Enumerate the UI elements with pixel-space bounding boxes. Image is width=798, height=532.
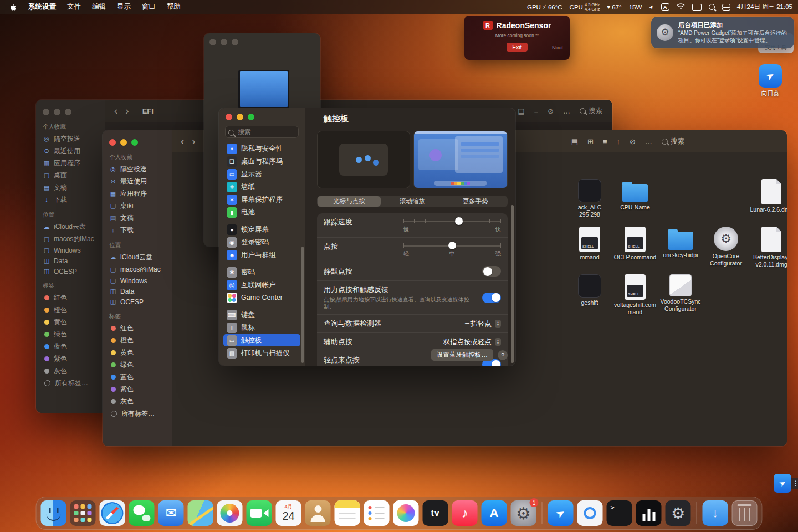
back-button[interactable]: ‹ — [114, 106, 117, 116]
dock-terminal[interactable] — [607, 500, 632, 526]
settings-sidebar-item-用户与群组[interactable]: ☻用户与群组 — [223, 249, 300, 261]
spotlight-icon[interactable] — [709, 4, 715, 10]
minimize-button[interactable] — [237, 114, 243, 120]
settings-sidebar-item-打印机与扫描仪[interactable]: ▤打印机与扫描仪 — [223, 347, 300, 359]
sidebar-item-Data[interactable]: ◫Data — [106, 286, 168, 296]
sidebar-tag-紫色[interactable]: 紫色 — [39, 352, 102, 365]
close-button[interactable] — [209, 39, 216, 45]
settings-sidebar-item-互联网帐户[interactable]: @互联网帐户 — [223, 279, 300, 291]
search-field[interactable]: 搜索 — [580, 106, 602, 116]
dock-assistant[interactable] — [577, 500, 603, 526]
settings-sidebar-item-锁定屏幕[interactable]: ●锁定屏幕 — [223, 223, 300, 236]
click-strength-slider[interactable] — [403, 242, 501, 249]
view-options-icon[interactable]: ▤ — [518, 107, 524, 115]
sidebar-item-Windows[interactable]: ▢Windows — [106, 275, 168, 286]
dock-sunlogin[interactable] — [548, 500, 574, 526]
file-mmand[interactable]: SHELLmmand — [567, 227, 612, 274]
close-button[interactable] — [43, 109, 49, 115]
settings-sidebar-item-触控板[interactable]: ▭触控板 — [223, 334, 300, 346]
dock-settings[interactable]: 1 — [511, 500, 536, 526]
sidebar-tag-所有标签…[interactable]: 所有标签… — [106, 407, 168, 420]
dock-appletv[interactable] — [423, 500, 448, 526]
sidebar-item-OCESP[interactable]: ◫OCESP — [106, 296, 168, 307]
sidebar-tag-绿色[interactable]: 绿色 — [106, 359, 168, 371]
sidebar-tag-黄色[interactable]: 黄色 — [106, 346, 168, 359]
sidebar-tag-红色[interactable]: 红色 — [106, 322, 168, 334]
dock-music[interactable] — [452, 500, 478, 526]
tab-光标与点按[interactable]: 光标与点按 — [318, 196, 381, 207]
sidebar-tag-蓝色[interactable]: 蓝色 — [39, 340, 102, 352]
sidebar-item-最近使用[interactable]: ⊙最近使用 — [39, 145, 102, 157]
menu-帮助[interactable]: 帮助 — [161, 0, 186, 14]
dock-launchpad[interactable] — [70, 500, 96, 526]
sidebar-tag-所有标签…[interactable]: 所有标签… — [39, 377, 102, 389]
tracking-speed-slider[interactable] — [403, 217, 501, 225]
dock-facetime[interactable] — [247, 500, 272, 526]
file-Lunar-6.2.6.dmg[interactable]: Lunar-6.2.6.dmg — [749, 179, 787, 227]
sidebar-item-macos的iMac[interactable]: ▢macos的iMac — [39, 233, 102, 245]
sidebar-tag-紫色[interactable]: 紫色 — [106, 383, 168, 395]
settings-sidebar-item-登录密码[interactable]: ◉登录密码 — [223, 236, 300, 248]
settings-sidebar-item-隐私与安全性[interactable]: ✦隐私与安全性 — [223, 142, 300, 155]
dock-calendar[interactable]: 4月24 — [276, 500, 301, 526]
view-grid-icon[interactable]: ⊞ — [587, 137, 594, 146]
sidebar-item-隔空投送[interactable]: ◎隔空投送 — [39, 132, 102, 145]
tracking-speed-knob[interactable] — [455, 217, 463, 225]
sidebar-tag-黄色[interactable]: 黄色 — [39, 316, 102, 328]
file-CPU-Name[interactable]: CPU-Name — [612, 179, 658, 227]
back-button[interactable]: ‹ — [181, 136, 184, 146]
settings-sidebar-item-电池[interactable]: ▮电池 — [223, 206, 300, 218]
sidebar-tag-蓝色[interactable]: 蓝色 — [106, 371, 168, 383]
help-button[interactable]: ? — [498, 350, 508, 360]
file-ack_ALC[interactable]: ack_ALC295 298 — [567, 179, 612, 227]
share-icon[interactable]: ↑ — [617, 137, 621, 146]
sidebar-item-macos的iMac[interactable]: ▢macos的iMac — [106, 263, 168, 275]
exit-button[interactable]: Exit — [507, 43, 528, 52]
file-OpenCore[interactable]: ⚙OpenCoreConfigurator — [703, 227, 749, 274]
sidebar-scrollbar[interactable] — [301, 247, 304, 363]
dock-trash[interactable] — [732, 500, 758, 526]
temp-status[interactable]: ♥ 67° — [607, 4, 621, 11]
sidebar-tag-绿色[interactable]: 绿色 — [39, 328, 102, 340]
sidebar-item-iCloud云盘[interactable]: ☁iCloud云盘 — [106, 251, 168, 263]
file-OCLP.command[interactable]: SHELLOCLP.command — [612, 227, 658, 274]
sidebar-tag-灰色[interactable]: 灰色 — [106, 395, 168, 407]
sunlogin-floating-widget[interactable]: ➤ ⋮ — [774, 474, 798, 493]
tab-滚动缩放[interactable]: 滚动缩放 — [381, 196, 444, 207]
click-strength-knob[interactable] — [448, 242, 456, 249]
sidebar-item-文稿[interactable]: ▤文稿 — [39, 181, 102, 193]
more-icon[interactable]: ⋮ — [791, 478, 798, 489]
dock-maps[interactable] — [188, 500, 213, 526]
menu-编辑[interactable]: 编辑 — [86, 0, 111, 14]
sidebar-item-Data[interactable]: ◫Data — [39, 255, 102, 266]
content-scrollbar[interactable] — [511, 205, 514, 363]
cpu-status[interactable]: CPU 4.5 GHz 4.4 GHz — [570, 3, 600, 12]
sidebar-item-iCloud云盘[interactable]: ☁iCloud云盘 — [39, 221, 102, 233]
menu-系统设置[interactable]: 系统设置 — [23, 0, 62, 14]
lookup-dropdown[interactable]: 三指轻点 ▲▼ — [464, 319, 501, 329]
settings-sidebar-item-密码[interactable]: ✱密码 — [223, 266, 300, 278]
file-VoodooTCSync[interactable]: VoodooTCSyncConfigurator — [658, 274, 703, 322]
dock-reminders[interactable] — [364, 500, 390, 526]
group-icon[interactable]: ≡ — [603, 137, 607, 146]
sidebar-item-隔空投送[interactable]: ◎隔空投送 — [106, 163, 168, 175]
settings-sidebar-item-键盘[interactable]: ⌨键盘 — [223, 309, 300, 321]
file-geshift[interactable]: geshift — [567, 274, 612, 322]
sidebar-tag-橙色[interactable]: 橙色 — [39, 304, 102, 316]
file-one-key-hidpi[interactable]: one-key-hidpi — [658, 227, 703, 274]
dock-finder[interactable] — [41, 500, 66, 526]
settings-sidebar-item-显示器[interactable]: ▭显示器 — [223, 168, 300, 180]
dock-contacts[interactable] — [305, 500, 331, 526]
settings-sidebar-item-屏幕保护程序[interactable]: ✶屏幕保护程序 — [223, 193, 300, 206]
minimize-button[interactable] — [221, 39, 227, 45]
more-icon[interactable]: … — [645, 137, 652, 146]
sidebar-item-OCESP[interactable]: ◫OCESP — [39, 266, 102, 277]
apple-menu-icon[interactable] — [6, 3, 22, 11]
sidebar-item-Windows[interactable]: ▢Windows — [39, 245, 102, 255]
sidebar-item-下载[interactable]: ↓下载 — [39, 193, 102, 206]
action-menu-icon[interactable]: ⊘ — [548, 107, 554, 115]
wifi-icon[interactable] — [677, 3, 685, 11]
sidebar-tag-橙色[interactable]: 橙色 — [106, 334, 168, 346]
search-field[interactable]: 搜索 — [662, 137, 684, 146]
sidebar-item-下载[interactable]: ↓下载 — [106, 224, 168, 236]
